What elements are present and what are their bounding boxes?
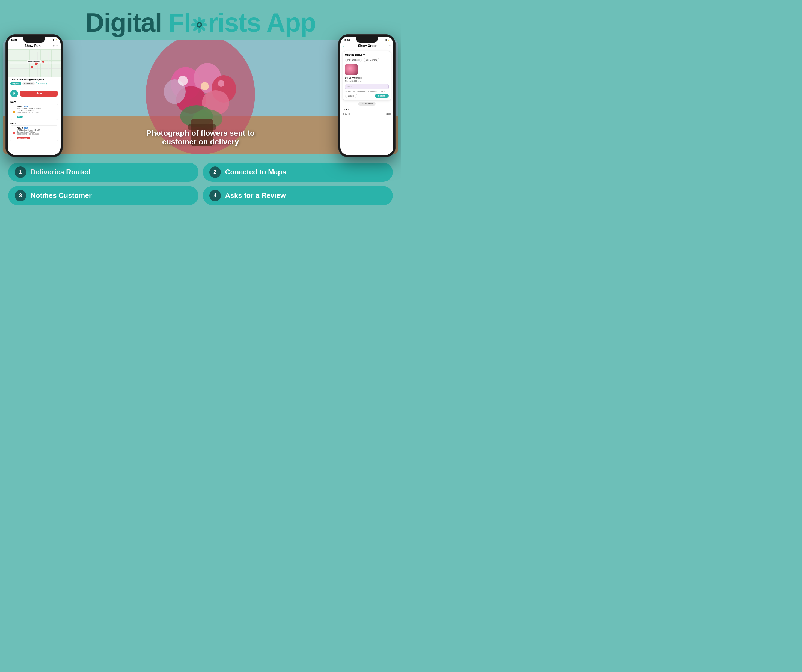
header: Digital Fl rists App [0,0,401,40]
table-row[interactable]: #1678 EM 875 Newton Street, M1 1ET Conta… [10,125,58,141]
photo-caption: Photograph of flowers sent to customer o… [146,129,255,146]
show-order-content: Confirm Delivery Pick an image Use Camer… [340,49,393,118]
delivery-title: 18-05-2024 Evening Delivery Run [10,78,58,81]
svg-point-23 [200,82,209,90]
open-in-maps-button[interactable]: Open in Maps [358,102,376,106]
right-phone-shell: 18:39 ▪▪▪ 4G ⚡ ‹ Show Order ≡ [338,34,396,157]
left-map[interactable]: Manchester [8,49,61,77]
right-phone-notch [356,37,378,42]
delivery-card: 18-05-2024 Evening Delivery Run ongoing … [8,77,61,89]
left-phone: 18:51 ▪▪▪ 4G ⚡ ‹ Show Run ↻ ≡ [5,34,63,157]
order-id-label: Order ID [343,113,350,115]
order-id-value: #1908 [386,113,391,115]
left-menu-icon[interactable]: ≡ [56,44,58,47]
feature-1-number: 1 [15,166,26,178]
feature-3-label: Notifies Customer [31,191,92,200]
left-status-icons: ▪▪▪ 4G ⚡ [49,39,57,41]
foryou-badge: For You [36,82,47,86]
feature-1-label: Deliveries Routed [31,168,91,176]
flower-thumb-inner [345,64,357,75]
now-label: Now [8,100,61,104]
feature-3-number: 3 [15,190,26,201]
next-order-badge: EM [24,127,28,129]
delivery-carded-status: Delivery Carded [345,77,389,79]
confirm-actions: Cancel Confirm [345,94,389,98]
next-order-contact: Contact: Leah Phillips [17,131,53,133]
feature-1-pill: 1 Deliveries Routed [8,163,199,182]
left-phone-notch [23,37,45,42]
next-order-number: #1678 EM [17,127,53,129]
next-label: Next [8,121,61,125]
order-section-title: Order [343,108,391,112]
order-id-row: Order ID #1908 [343,113,391,115]
svg-point-9 [198,23,200,26]
feature-2-number: 2 [209,166,221,178]
order-tag-offer: Offer [17,116,23,118]
feature-4-label: Asks for a Review [225,191,286,200]
ongoing-badge: ongoing [10,82,21,85]
app-title: Digital Fl rists App [5,8,396,37]
order-number: #1907 EM [17,105,53,108]
svg-point-22 [178,76,188,86]
order-badge: EM [24,106,28,107]
left-refresh-icon[interactable]: ↻ [52,44,55,47]
flower-logo-icon [188,14,210,36]
notes-field[interactable]: Notes [345,84,389,89]
right-battery-icon: ⚡ [388,39,390,41]
title-highlight: Fl rists App [168,8,316,37]
right-nav-title: Show Order [346,44,389,48]
title-part1: Digital [86,8,168,37]
order-contact: Contact: Sasha Bell [17,110,53,111]
svg-point-24 [218,80,225,87]
feature-4-pill: 4 Asks for a Review [203,186,393,205]
features-grid: 1 Deliveries Routed 2 Conected to Maps 3… [0,157,401,211]
next-order-arrow-icon: › [55,131,55,134]
left-phone-screen: 18:51 ▪▪▪ 4G ⚡ ‹ Show Run ↻ ≡ [8,37,61,155]
right-phone-screen: 18:39 ▪▪▪ 4G ⚡ ‹ Show Order ≡ [340,37,393,155]
use-camera-button[interactable]: Use Camera [364,58,379,62]
order-dot-next [13,132,15,134]
right-time: 18:39 [344,39,350,42]
left-signal-icon: ▪▪▪ [49,39,50,41]
feature-2-pill: 2 Conected to Maps [203,163,393,182]
right-menu-icon[interactable]: ≡ [389,44,391,47]
right-nav-bar: ‹ Show Order ≡ [340,42,393,49]
svg-point-33 [42,61,44,63]
right-back-button[interactable]: ‹ [343,44,344,48]
next-order-address: 875 Newton Street, M1 1ET [17,129,53,131]
order-address: 280 Thomas Street, M4 1NA [17,108,53,110]
left-phone-shell: 18:51 ▪▪▪ 4G ⚡ ‹ Show Run ↻ ≡ [5,34,63,157]
flag-button[interactable]: ⚑ [10,90,18,97]
right-signal-icon: ▪▪▪ [382,39,383,41]
feature-3-pill: 3 Notifies Customer [8,186,199,205]
order-dot [13,111,15,113]
photo-not-required: Photo Not Required [345,80,389,82]
left-nav-bar: ‹ Show Run ↻ ≡ [8,42,61,49]
confirm-delivery-buttons: Pick an image Use Camera [345,58,389,62]
order-section: Order Order ID #1908 [343,107,391,116]
confirm-button[interactable]: Confirm [375,94,389,98]
main-content: Photograph of flowers sent to customer o… [3,40,398,154]
order-tag-val: Valentines Day [17,137,30,139]
delivery-badges: ongoing 7.59 miles For You [10,82,58,86]
confirm-delivery-title: Confirm Delivery [345,53,389,56]
map-city-label: Manchester [27,60,41,63]
table-row[interactable]: #1907 EM 280 Thomas Street, M4 1NA Conta… [10,104,58,120]
abort-button[interactable]: Abort [19,90,58,97]
confirm-delivery-box: Confirm Delivery Pick an image Use Camer… [343,51,391,100]
order-arrow-icon: › [55,110,55,113]
cancel-button[interactable]: Cancel [345,94,357,98]
flower-thumbnail [345,64,357,75]
left-time: 18:51 [11,39,17,42]
left-nav-icons: ↻ ≡ [52,44,58,47]
feature-4-number: 4 [209,190,221,201]
order-info: #1907 EM 280 Thomas Street, M4 1NA Conta… [17,105,53,118]
location-text: Location: 54.63363938351813, -2.72693102… [345,90,389,92]
title-fl: Fl [168,8,191,37]
pick-image-button[interactable]: Pick an image [345,58,362,62]
left-back-button[interactable]: ‹ [10,44,12,48]
feature-2-label: Conected to Maps [225,168,286,176]
next-order-items: Items: Hand Tied Bouquet [17,133,53,135]
right-network-icon: 4G [384,39,387,41]
right-nav-icons: ≡ [389,44,391,47]
